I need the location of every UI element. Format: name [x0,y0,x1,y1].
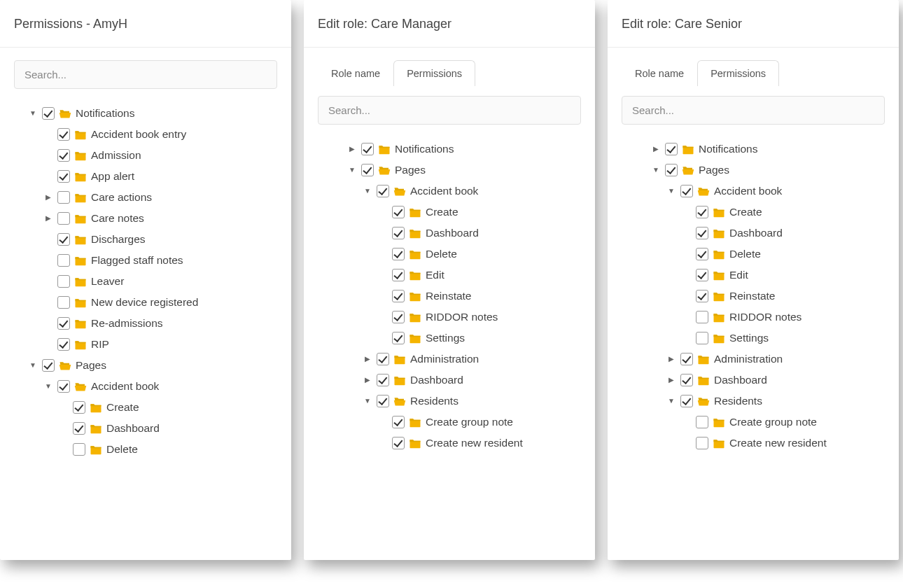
tree-node[interactable]: ▶ Dashboard [7,418,284,439]
tree-node[interactable]: ▶ Dashboard [311,223,588,244]
permission-checkbox[interactable] [57,233,70,246]
permission-checkbox[interactable] [73,443,85,456]
caret-down-icon[interactable]: ▼ [28,360,38,370]
permission-checkbox[interactable] [696,227,708,239]
tree-node[interactable]: ▼ Accident book [311,181,588,202]
tab-role-name[interactable]: Role name [318,60,393,86]
permission-checkbox[interactable] [57,128,70,141]
tab-permissions[interactable]: Permissions [697,60,779,86]
permission-checkbox[interactable] [696,311,708,323]
permission-checkbox[interactable] [680,185,693,197]
tree-node[interactable]: ▶ Care notes [7,208,284,229]
permission-checkbox[interactable] [57,212,70,225]
tree-node[interactable]: ▶ Create [615,202,892,223]
caret-right-icon[interactable]: ▶ [43,192,53,202]
caret-down-icon[interactable]: ▼ [666,396,676,406]
tree-node[interactable]: ▼ Accident book [7,376,284,397]
permission-checkbox[interactable] [696,437,708,449]
caret-down-icon[interactable]: ▼ [347,165,357,175]
tree-node[interactable]: ▶ Care actions [7,187,284,208]
tree-node[interactable]: ▼ Pages [615,160,892,181]
permission-checkbox[interactable] [696,416,708,428]
tree-node[interactable]: ▶ Dashboard [615,370,892,391]
permission-checkbox[interactable] [696,269,708,281]
tree-node[interactable]: ▼ Residents [311,391,588,412]
caret-right-icon[interactable]: ▶ [347,144,357,154]
permission-checkbox[interactable] [392,437,405,449]
tree-node[interactable]: ▶ Accident book entry [7,124,284,145]
permission-checkbox[interactable] [696,206,708,218]
tree-node[interactable]: ▶ Create new resident [615,433,892,454]
caret-down-icon[interactable]: ▼ [43,382,53,391]
permission-checkbox[interactable] [57,191,70,204]
tree-node[interactable]: ▶ Settings [311,328,588,349]
permission-checkbox[interactable] [665,143,678,155]
tab-permissions[interactable]: Permissions [393,60,475,86]
tree-node[interactable]: ▶ Notifications [615,139,892,160]
tree-node[interactable]: ▶ Administration [311,349,588,370]
permission-checkbox[interactable] [696,332,708,344]
permission-checkbox[interactable] [42,107,55,120]
permission-checkbox[interactable] [361,164,374,176]
caret-down-icon[interactable]: ▼ [28,108,38,118]
permission-checkbox[interactable] [377,395,389,407]
tree-node[interactable]: ▶ Dashboard [615,223,892,244]
permission-checkbox[interactable] [392,248,405,260]
permission-checkbox[interactable] [392,227,405,239]
tree-node[interactable]: ▶ New device registered [7,292,284,313]
permission-checkbox[interactable] [57,317,70,330]
caret-right-icon[interactable]: ▶ [363,354,372,364]
caret-right-icon[interactable]: ▶ [651,144,661,154]
tree-node[interactable]: ▶ Create [311,202,588,223]
permission-checkbox[interactable] [680,353,693,365]
permission-checkbox[interactable] [57,149,70,162]
permission-checkbox[interactable] [696,290,708,302]
tree-node[interactable]: ▶ Edit [311,265,588,286]
tree-node[interactable]: ▶ Dashboard [311,370,588,391]
permission-checkbox[interactable] [392,416,405,428]
permission-checkbox[interactable] [680,395,693,407]
caret-right-icon[interactable]: ▶ [666,375,676,385]
tree-node[interactable]: ▶ Reinstate [311,286,588,307]
permission-checkbox[interactable] [377,353,389,365]
tree-node[interactable]: ▶ Leaver [7,271,284,292]
permission-checkbox[interactable] [57,338,70,351]
permission-checkbox[interactable] [73,401,85,414]
tree-node[interactable]: ▶ Create group note [311,412,588,433]
tree-node[interactable]: ▶ Delete [615,244,892,265]
tree-node[interactable]: ▼ Accident book [615,181,892,202]
search-input[interactable] [622,96,885,125]
caret-right-icon[interactable]: ▶ [43,214,53,223]
tree-node[interactable]: ▶ Admission [7,145,284,166]
tree-node[interactable]: ▶ App alert [7,166,284,187]
permission-checkbox[interactable] [377,374,389,386]
tree-node[interactable]: ▶ Edit [615,265,892,286]
tree-node[interactable]: ▼ Residents [615,391,892,412]
tree-node[interactable]: ▶ RIP [7,334,284,355]
tree-node[interactable]: ▶ Delete [311,244,588,265]
tree-node[interactable]: ▶ Create group note [615,412,892,433]
permission-checkbox[interactable] [392,290,405,302]
permission-checkbox[interactable] [57,170,70,183]
permission-checkbox[interactable] [392,269,405,281]
permission-checkbox[interactable] [57,254,70,267]
tree-node[interactable]: ▶ Discharges [7,229,284,250]
search-input[interactable] [318,96,581,125]
tree-node[interactable]: ▶ Administration [615,349,892,370]
caret-down-icon[interactable]: ▼ [651,165,661,175]
caret-down-icon[interactable]: ▼ [363,186,372,196]
tree-node[interactable]: ▶ Create [7,397,284,418]
permission-checkbox[interactable] [57,380,70,393]
permission-checkbox[interactable] [42,359,55,372]
tree-node[interactable]: ▶ RIDDOR notes [311,307,588,328]
caret-right-icon[interactable]: ▶ [363,375,372,385]
tree-node[interactable]: ▶ Create new resident [311,433,588,454]
caret-down-icon[interactable]: ▼ [666,186,676,196]
permission-checkbox[interactable] [73,422,85,435]
permission-checkbox[interactable] [377,185,389,197]
permission-checkbox[interactable] [57,296,70,309]
tree-node[interactable]: ▶ RIDDOR notes [615,307,892,328]
tree-node[interactable]: ▶ Delete [7,439,284,460]
tree-node[interactable]: ▶ Settings [615,328,892,349]
tab-role-name[interactable]: Role name [622,60,697,86]
